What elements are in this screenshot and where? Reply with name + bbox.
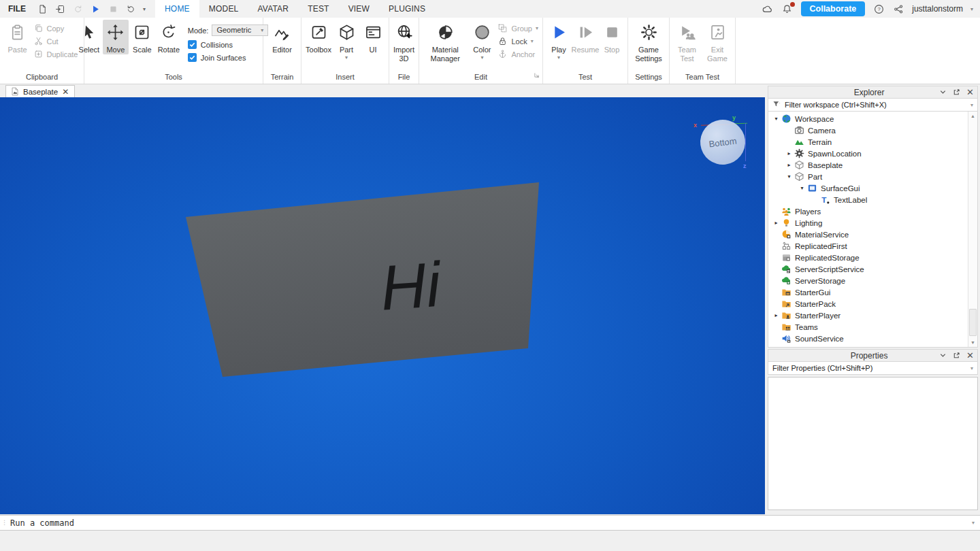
tree-item-players[interactable]: Players [768,205,968,217]
stop-quick-icon[interactable] [105,1,121,16]
explorer-filter-caret-icon[interactable]: ▾ [970,102,973,108]
explorer-header[interactable]: Explorer ✕ [768,86,978,99]
play-quick-icon[interactable] [87,1,103,16]
tree-item-workspace[interactable]: ▾Workspace [768,113,968,124]
tab-model[interactable]: MODEL [199,0,248,18]
command-bar-drag-handle[interactable]: ⋮ [0,521,8,524]
tab-test[interactable]: TEST [298,0,338,18]
help-icon[interactable]: ? [872,3,885,15]
paste-button[interactable]: Paste [5,20,31,54]
expander-expanded-icon[interactable]: ▾ [785,173,794,180]
tab-home[interactable]: HOME [155,0,199,18]
user-menu-caret-icon[interactable]: ▾ [970,6,973,12]
rotate-button[interactable]: Rotate [156,20,182,54]
scale-button[interactable]: Scale [129,20,155,54]
join-surfaces-checkbox[interactable]: Join Surfaces [188,53,268,62]
tree-item-replicatedfirst[interactable]: ReplicatedFirst [768,240,968,252]
part-button[interactable]: Part▾ [333,20,359,61]
properties-close-icon[interactable]: ✕ [966,352,974,359]
resume-button[interactable]: Resume [572,20,598,54]
tree-item-baseplate[interactable]: ▸Baseplate [768,159,968,171]
scrollbar-thumb[interactable] [969,309,977,336]
move-button[interactable]: Move [103,20,129,54]
play-button[interactable]: Play▾ [546,20,572,61]
properties-filter-caret-icon[interactable]: ▾ [970,365,973,371]
color-button[interactable]: Color▾ [469,20,495,61]
dropdown-caret-icon[interactable]: ▾ [345,55,348,61]
dropdown-caret-icon[interactable]: ▾ [480,55,483,61]
tree-item-surfacegui[interactable]: ▾SurfaceGui [768,182,968,194]
dropdown-caret-icon[interactable]: ▾ [557,55,560,61]
toolbox-button[interactable]: Toolbox [304,20,333,54]
tree-item-replicatedstorage[interactable]: ReplicatedStorage [768,252,968,263]
tree-item-serverstorage[interactable]: ServerStorage [768,275,968,286]
redo-icon[interactable] [69,1,86,16]
import-3d-button[interactable]: Import 3D [391,20,417,63]
undo-icon[interactable] [122,1,139,16]
group-button[interactable]: Group▾ [497,23,538,33]
tree-item-lighting[interactable]: ▸Lighting [768,217,968,229]
tree-item-materialservice[interactable]: MaterialService [768,229,968,240]
tree-item-teams[interactable]: Teams [768,321,968,333]
tab-close-icon[interactable]: ✕ [62,88,69,95]
mode-select[interactable]: Geometric▾ [212,24,268,36]
tree-item-startergui[interactable]: StarterGui [768,286,968,298]
open-import-icon[interactable] [52,1,68,16]
editor-button[interactable]: Editor [270,20,295,54]
tree-item-terrain[interactable]: Terrain [768,136,968,148]
document-tab-baseplate[interactable]: Baseplate ✕ [5,85,75,97]
tree-item-serverscriptservice[interactable]: ServerScriptService [768,263,968,275]
explorer-filter-input[interactable]: Filter workspace (Ctrl+Shift+X) ▾ [768,99,978,112]
ui-button[interactable]: UI [360,20,386,54]
tree-item-spawnlocation[interactable]: ▸SpawnLocation [768,148,968,159]
expander-expanded-icon[interactable]: ▾ [772,116,781,122]
properties-filter-input[interactable]: Filter Properties (Ctrl+Shift+P) ▾ [768,362,978,375]
tree-item-textlabel[interactable]: TTextLabel [768,194,968,205]
3d-canvas[interactable]: Hi x y z Bottom [0,97,765,514]
copy-button[interactable]: Copy [33,23,78,33]
scroll-up-icon[interactable]: ▲ [968,112,977,120]
tab-view[interactable]: VIEW [339,0,379,18]
tab-avatar[interactable]: AVATAR [248,0,299,18]
cloud-sync-icon[interactable] [762,3,774,15]
share-icon[interactable] [892,3,904,15]
game-settings-button[interactable]: Game Settings [631,20,666,63]
select-button[interactable]: Select [76,20,102,54]
checkbox-checked-icon[interactable] [188,40,197,49]
expander-collapsed-icon[interactable]: ▸ [772,312,781,318]
tree-item-starterplayer[interactable]: ▸StarterPlayer [768,310,968,321]
file-menu-button[interactable]: FILE [0,0,34,18]
lock-button[interactable]: Lock▾ [497,36,538,46]
expander-collapsed-icon[interactable]: ▸ [772,220,781,226]
explorer-close-icon[interactable]: ✕ [966,88,974,96]
team-test-button[interactable]: Team Test [672,20,702,63]
properties-popout-icon[interactable] [953,350,960,362]
collaborate-button[interactable]: Collaborate [801,1,866,16]
scroll-down-icon[interactable]: ▼ [968,338,977,347]
collisions-checkbox[interactable]: Collisions [188,40,268,49]
explorer-collapse-chevron-icon[interactable] [939,86,947,99]
command-bar-caret-icon[interactable]: ▾ [972,520,980,526]
properties-collapse-chevron-icon[interactable] [939,350,947,362]
material-manager-button[interactable]: Material Manager [422,20,468,63]
tree-item-starterpack[interactable]: StarterPack [768,298,968,310]
checkbox-checked-icon[interactable] [188,53,197,62]
explorer-scrollbar[interactable]: ▲ ▼ [968,112,977,347]
new-file-icon[interactable] [34,1,50,16]
username-label[interactable]: justtalonstorm [912,4,963,14]
expander-collapsed-icon[interactable]: ▸ [785,162,794,168]
duplicate-button[interactable]: Duplicate [33,49,78,59]
tree-item-camera[interactable]: Camera [768,124,968,136]
more-caret-icon[interactable]: ▾ [140,6,148,12]
command-bar-input[interactable]: Run a command [8,518,74,528]
cut-button[interactable]: Cut [33,36,78,46]
exit-game-button[interactable]: Exit Game [702,20,732,63]
anchor-button[interactable]: Anchor [497,49,538,59]
tab-plugins[interactable]: PLUGINS [379,0,435,18]
dropdown-caret-icon[interactable]: ▾ [531,38,534,44]
command-bar[interactable]: ⋮ Run a command ▾ [0,515,980,531]
dropdown-caret-icon[interactable]: ▾ [536,25,538,31]
tree-item-soundservice[interactable]: SoundService [768,333,968,344]
notifications-bell-icon[interactable] [781,3,794,15]
properties-header[interactable]: Properties ✕ [768,349,978,362]
